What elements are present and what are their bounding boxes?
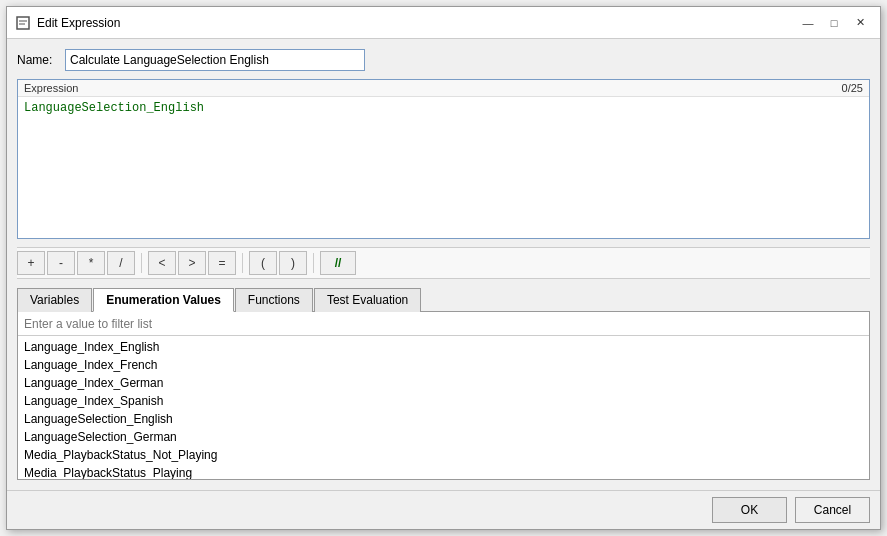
minus-button[interactable]: - xyxy=(47,251,75,275)
toolbar-separator-2 xyxy=(242,253,243,273)
open-paren-button[interactable]: ( xyxy=(249,251,277,275)
list-item[interactable]: Language_Index_Spanish xyxy=(18,392,869,410)
name-input[interactable] xyxy=(65,49,365,71)
dialog-footer: OK Cancel xyxy=(7,490,880,529)
expression-counter: 0/25 xyxy=(842,82,863,94)
expression-editor[interactable]: LanguageSelection_English xyxy=(18,97,869,238)
list-item[interactable]: Media_PlaybackStatus_Playing xyxy=(18,464,869,479)
multiply-button[interactable]: * xyxy=(77,251,105,275)
list-item[interactable]: Language_Index_German xyxy=(18,374,869,392)
list-item[interactable]: Language_Index_French xyxy=(18,356,869,374)
close-button[interactable]: ✕ xyxy=(848,13,872,33)
toolbar: + - * / < > = ( ) // xyxy=(17,247,870,279)
toolbar-separator-3 xyxy=(313,253,314,273)
title-bar: Edit Expression — □ ✕ xyxy=(7,7,880,39)
list-container[interactable]: Language_Index_EnglishLanguage_Index_Fre… xyxy=(18,336,869,479)
plus-button[interactable]: + xyxy=(17,251,45,275)
dialog-icon xyxy=(15,15,31,31)
tabs-header: Variables Enumeration Values Functions T… xyxy=(17,287,870,312)
list-item[interactable]: LanguageSelection_German xyxy=(18,428,869,446)
toolbar-separator-1 xyxy=(141,253,142,273)
ok-button[interactable]: OK xyxy=(712,497,787,523)
list-item[interactable]: LanguageSelection_English xyxy=(18,410,869,428)
lt-button[interactable]: < xyxy=(148,251,176,275)
dialog-title: Edit Expression xyxy=(37,16,120,30)
tab-test[interactable]: Test Evaluation xyxy=(314,288,421,312)
tabs-section: Variables Enumeration Values Functions T… xyxy=(17,287,870,480)
expression-header: Expression 0/25 xyxy=(18,80,869,97)
maximize-button[interactable]: □ xyxy=(822,13,846,33)
list-item[interactable]: Language_Index_English xyxy=(18,338,869,356)
edit-expression-dialog: Edit Expression — □ ✕ Name: Expression 0… xyxy=(6,6,881,530)
eq-button[interactable]: = xyxy=(208,251,236,275)
tab-variables[interactable]: Variables xyxy=(17,288,92,312)
minimize-button[interactable]: — xyxy=(796,13,820,33)
name-label: Name: xyxy=(17,53,57,67)
filter-input[interactable] xyxy=(18,312,869,336)
dialog-body: Name: Expression 0/25 LanguageSelection_… xyxy=(7,39,880,490)
comment-button[interactable]: // xyxy=(320,251,356,275)
title-bar-controls: — □ ✕ xyxy=(796,13,872,33)
close-paren-button[interactable]: ) xyxy=(279,251,307,275)
gt-button[interactable]: > xyxy=(178,251,206,275)
expression-section: Expression 0/25 LanguageSelection_Englis… xyxy=(17,79,870,239)
svg-rect-0 xyxy=(17,17,29,29)
tab-enumeration[interactable]: Enumeration Values xyxy=(93,288,234,312)
tabs-content: Language_Index_EnglishLanguage_Index_Fre… xyxy=(17,312,870,480)
expression-label: Expression xyxy=(24,82,78,94)
list-item[interactable]: Media_PlaybackStatus_Not_Playing xyxy=(18,446,869,464)
tab-functions[interactable]: Functions xyxy=(235,288,313,312)
cancel-button[interactable]: Cancel xyxy=(795,497,870,523)
title-bar-left: Edit Expression xyxy=(15,15,120,31)
divide-button[interactable]: / xyxy=(107,251,135,275)
name-row: Name: xyxy=(17,49,870,71)
